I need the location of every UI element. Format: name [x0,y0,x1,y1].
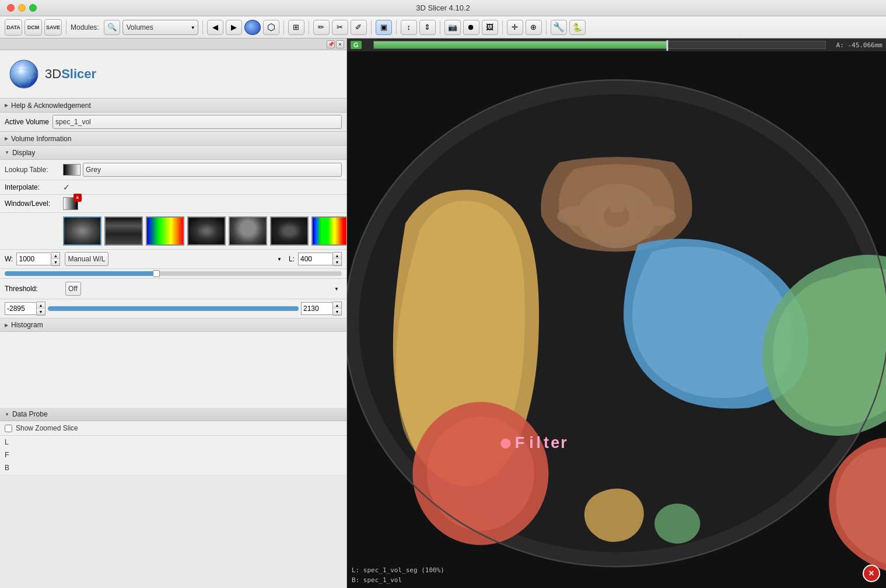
range-max-group: ▲ ▼ [301,302,342,316]
left-panel: 📌 × [0,38,347,588]
l-spin-up[interactable]: ▲ [333,253,341,259]
close-viewer-button[interactable]: × [863,565,880,582]
lookup-table-row: Lookup Table: Grey Hot Cool Rainbow [0,160,346,180]
nav-icon[interactable]: ✛ [507,20,523,35]
preset-thumb-3[interactable] [146,216,184,246]
dcm-button[interactable]: DCM [24,19,42,36]
viewer-image: F i l t e r L: spec_1_vol_seg (100%) B: … [347,51,886,588]
close-button[interactable] [7,4,15,12]
threshold-select[interactable]: Off On [65,282,81,296]
range-max-spin: ▲ ▼ [333,302,342,316]
svg-text:l: l [537,434,541,452]
range-track[interactable] [48,306,299,311]
screenshot-icon[interactable]: 🖼 [482,20,498,35]
range-max-input[interactable] [301,302,333,315]
display-section-header[interactable]: ▼ Display [0,146,346,160]
lookup-table-label: Lookup Table: [5,166,63,174]
l-spin-down[interactable]: ▼ [333,259,341,265]
modules-select[interactable]: Volumes Welcome to Slicer Data DICOM [122,20,198,35]
camera-icon[interactable]: 📷 [444,20,461,35]
right-panel: G A: -45.066mm [347,38,886,588]
show-zoomed-row: Show Zoomed Slice [0,421,346,436]
crosshair-icon[interactable]: ⊞ [288,20,304,35]
w-spin-up[interactable]: ▲ [51,253,59,259]
wl-mode-select[interactable]: Manual W/L Auto W/L [65,252,108,266]
range-min-group: ▲ ▼ [5,302,45,316]
data-button[interactable]: DATA [5,19,22,36]
lookup-swatch [63,164,80,176]
sep5 [371,20,372,34]
viewer-bottom-line2: B: spec_1_vol [352,575,444,586]
range-max-down[interactable]: ▼ [333,309,341,315]
modules-icon[interactable]: ⬡ [263,20,279,35]
probe-l-label: L [0,436,346,449]
search-icon[interactable]: 🔍 [104,20,120,35]
sep1 [66,20,66,34]
w-value-input[interactable] [16,253,51,265]
probe-triangle-icon: ▼ [5,412,9,417]
active-volume-select-wrapper: spec_1_vol [52,115,342,129]
extension-icon[interactable]: 🔧 [551,20,567,35]
range-min-down[interactable]: ▼ [37,309,45,315]
window-level-reset-icon[interactable]: × [73,194,82,202]
pen-icon[interactable]: ✏ [313,20,330,35]
toolbar: DATA DCM SAVE Modules: 🔍 Volumes Welcome… [0,16,886,38]
python-icon[interactable]: 🐍 [569,20,586,35]
save-button[interactable]: SAVE [44,19,62,36]
slicer-logo-icon [9,59,39,89]
wl-slider-thumb[interactable] [153,270,160,277]
preset-thumb-2[interactable] [104,216,143,246]
volume-info-header[interactable]: ▶ Volume Information [0,132,346,146]
viewer-bottom-line1: L: spec_1_vol_seg (100%) [352,565,444,576]
panel-close-icon[interactable]: × [336,40,344,48]
forward-icon[interactable]: ▶ [226,20,242,35]
record-icon[interactable]: ⏺ [463,20,479,35]
arrow-up-icon[interactable]: ↕ [401,20,417,35]
preset-thumb-1[interactable] [63,216,101,246]
show-zoomed-checkbox[interactable] [5,425,12,432]
home-icon[interactable] [244,20,261,35]
data-probe-header[interactable]: ▼ Data Probe [0,408,346,421]
preset-thumb-5[interactable] [229,216,267,246]
interpolate-checkbox[interactable]: ✓ [63,183,70,192]
preset-thumb-7[interactable] [311,216,346,246]
nav2-icon[interactable]: ⊕ [526,20,542,35]
back-icon[interactable]: ◀ [207,20,223,35]
range-min-input[interactable] [5,302,37,315]
logo-area: 3DSlicer [0,50,346,99]
display-triangle-icon: ▼ [5,150,9,155]
window-level-icon[interactable]: ▣ [376,20,392,35]
range-max-up[interactable]: ▲ [333,302,341,309]
maximize-button[interactable] [29,4,37,12]
data-probe-section: ▼ Data Probe Show Zoomed Slice L F B [0,408,346,474]
probe-f-label: F [0,449,346,461]
lookup-select-wrapper: Grey Hot Cool Rainbow [83,163,342,177]
arrow-down-icon[interactable]: ⇕ [419,20,436,35]
volume-info-triangle-icon: ▶ [5,136,8,141]
threshold-label: Threshold: [5,285,63,293]
scissors-icon[interactable]: ✂ [332,20,348,35]
svg-text:i: i [529,434,534,452]
help-section-header[interactable]: ▶ Help & Acknowledgement [0,99,346,113]
histogram-header[interactable]: ▶ Histogram [0,318,346,332]
scrollable-panel[interactable]: 3DSlicer ▶ Help & Acknowledgement Active… [0,50,346,588]
markup-icon[interactable]: ✐ [351,20,367,35]
svg-text:r: r [561,434,567,452]
preset-thumb-4[interactable] [187,216,226,246]
sep4 [309,20,309,34]
minimize-button[interactable] [18,4,26,12]
active-volume-select[interactable]: spec_1_vol [52,115,342,129]
lookup-table-select[interactable]: Grey Hot Cool Rainbow [83,163,342,177]
wl-slider-row [0,269,346,279]
preset-thumb-6[interactable] [270,216,309,246]
pin-icon[interactable]: 📌 [327,40,335,48]
svg-text:F: F [515,434,524,452]
w-spin-down[interactable]: ▼ [51,259,59,265]
sep3 [283,20,284,34]
wl-slider-track[interactable] [5,271,342,276]
svg-point-0 [10,60,38,88]
range-min-up[interactable]: ▲ [37,302,45,309]
l-value-input[interactable] [298,253,333,265]
viewer-slice-slider[interactable] [373,41,826,49]
active-volume-row: Active Volume spec_1_vol [0,113,346,132]
